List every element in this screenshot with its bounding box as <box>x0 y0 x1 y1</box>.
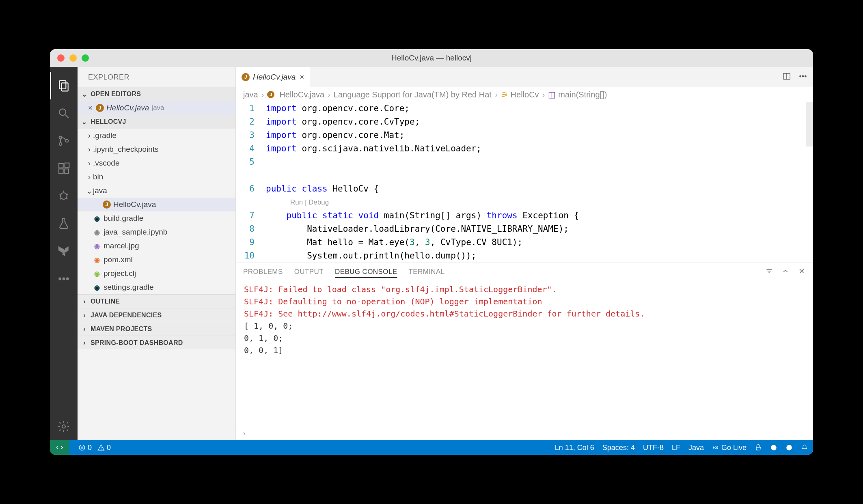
file-item[interactable]: ◉settings.gradle <box>78 280 235 294</box>
folder-item[interactable]: ›bin <box>78 170 235 184</box>
status-info-icon[interactable] <box>770 444 777 451</box>
code-line[interactable] <box>266 155 813 169</box>
section-header[interactable]: ›OUTLINE <box>78 294 235 308</box>
test-activity-icon[interactable] <box>50 210 78 237</box>
breadcrumb-segment[interactable]: ◫main(String[]) <box>548 90 607 99</box>
folder-item[interactable]: ›.gradle <box>78 129 235 142</box>
close-icon[interactable]: × <box>88 103 93 112</box>
chevron-right-icon: › <box>243 430 245 437</box>
panel-tab-problems[interactable]: PROBLEMS <box>243 268 283 276</box>
panel-tab-output[interactable]: OUTPUT <box>294 268 324 276</box>
code-line[interactable]: public class HelloCv { <box>266 182 813 196</box>
code-line[interactable]: public static void main(String[] args) t… <box>266 209 813 222</box>
filter-icon[interactable] <box>765 267 773 277</box>
debug-console-output[interactable]: SLF4J: Failed to load class "org.slf4j.i… <box>236 281 813 426</box>
breadcrumb-segment[interactable]: Language Support for Java(TM) by Red Hat <box>334 90 492 99</box>
svg-point-24 <box>802 75 803 77</box>
line-number: 10 <box>236 249 255 263</box>
close-window-button[interactable] <box>57 54 65 62</box>
status-indent[interactable]: Spaces: 4 <box>602 444 635 452</box>
chevron-down-icon: ⌄ <box>81 90 88 98</box>
status-feedback-icon[interactable] <box>755 444 762 451</box>
chevron-right-icon: › <box>81 339 88 347</box>
svg-point-5 <box>59 143 62 146</box>
status-bell-icon[interactable] <box>801 444 808 451</box>
status-language[interactable]: Java <box>688 444 704 452</box>
code-line[interactable]: import org.scijava.nativelib.NativeLoade… <box>266 142 813 155</box>
folder-item[interactable]: ›.ipynb_checkpoints <box>78 142 235 156</box>
status-eol[interactable]: LF <box>672 444 680 452</box>
codelens[interactable]: Run | Debug <box>266 196 813 209</box>
breadcrumb-segment[interactable]: java <box>243 90 258 99</box>
code-line[interactable]: import org.opencv.core.CvType; <box>266 115 813 129</box>
scm-activity-icon[interactable] <box>50 127 78 155</box>
svg-line-16 <box>66 198 67 199</box>
settings-gear-icon[interactable] <box>50 413 78 440</box>
remote-button[interactable] <box>50 440 69 455</box>
open-editor-item[interactable]: × J HelloCv.java java <box>78 101 235 115</box>
breadcrumb[interactable]: java›JHelloCv.java›Language Support for … <box>236 87 813 102</box>
breadcrumb-segment[interactable]: ⚞HelloCv <box>501 90 539 99</box>
svg-point-19 <box>67 278 69 280</box>
chevron-up-icon[interactable] <box>781 267 790 277</box>
vscode-window: HelloCv.java — hellocvj EXPLORER ⌄OPEN E… <box>50 49 813 455</box>
code-line[interactable] <box>266 169 813 182</box>
svg-point-23 <box>800 75 801 77</box>
svg-point-35 <box>101 449 101 450</box>
file-item[interactable]: ◉pom.xml <box>78 253 235 267</box>
code-line[interactable]: import org.opencv.core.Mat; <box>266 129 813 142</box>
project-header[interactable]: ⌄HELLOCVJ <box>78 115 235 129</box>
explorer-activity-icon[interactable] <box>50 72 78 99</box>
close-tab-icon[interactable]: × <box>300 73 304 82</box>
split-editor-icon[interactable] <box>782 72 791 82</box>
panel-tab-debug-console[interactable]: DEBUG CONSOLE <box>335 268 397 276</box>
minimize-window-button[interactable] <box>69 54 77 62</box>
status-golive[interactable]: Go Live <box>712 444 746 452</box>
file-item[interactable]: ◉build.gradle <box>78 211 235 225</box>
more-activity-icon[interactable] <box>50 265 78 293</box>
terraform-activity-icon[interactable] <box>50 237 78 265</box>
svg-point-37 <box>771 445 777 450</box>
search-activity-icon[interactable] <box>50 99 78 127</box>
code-line[interactable]: Mat hello = Mat.eye(3, 3, CvType.CV_8UC1… <box>266 236 813 249</box>
chevron-right-icon: › <box>86 172 93 181</box>
line-number: 3 <box>236 129 255 142</box>
file-item[interactable]: JHelloCv.java <box>78 198 235 211</box>
folder-item[interactable]: ›.vscode <box>78 156 235 170</box>
svg-point-18 <box>63 278 65 280</box>
section-header[interactable]: ›MAVEN PROJECTS <box>78 322 235 336</box>
code-line[interactable]: NativeLoader.loadLibrary(Core.NATIVE_LIB… <box>266 222 813 236</box>
code-editor[interactable]: 12345678910 import org.opencv.core.Core;… <box>236 102 813 263</box>
minimap-thumb[interactable] <box>806 102 813 146</box>
status-cursor[interactable]: Ln 11, Col 6 <box>555 444 594 452</box>
section-header[interactable]: ›JAVA DEPENDENCIES <box>78 308 235 322</box>
status-warnings[interactable]: 0 <box>97 444 111 452</box>
svg-point-25 <box>805 75 806 77</box>
code-line[interactable]: import org.opencv.core.Core; <box>266 102 813 115</box>
code-line[interactable]: System.out.println(hello.dump()); <box>266 249 813 263</box>
editor-area: J HelloCv.java × java›JHelloCv.java›Lang… <box>236 67 813 440</box>
gradle-file-icon: ◉ <box>93 283 101 291</box>
code-content[interactable]: import org.opencv.core.Core;import org.o… <box>263 102 813 263</box>
panel-tab-terminal[interactable]: TERMINAL <box>408 268 444 276</box>
file-item[interactable]: ◉marcel.jpg <box>78 239 235 253</box>
file-item[interactable]: ◉project.clj <box>78 267 235 280</box>
more-actions-icon[interactable] <box>798 72 807 82</box>
status-encoding[interactable]: UTF-8 <box>643 444 664 452</box>
status-errors[interactable]: 0 <box>78 444 92 452</box>
open-editors-header[interactable]: ⌄OPEN EDITORS <box>78 87 235 101</box>
section-header[interactable]: ›SPRING-BOOT DASHBOARD <box>78 336 235 349</box>
close-icon[interactable] <box>798 267 806 277</box>
extensions-activity-icon[interactable] <box>50 155 78 182</box>
debug-activity-icon[interactable] <box>50 182 78 210</box>
svg-point-20 <box>62 425 65 428</box>
file-item[interactable]: ◉java_sample.ipynb <box>78 225 235 239</box>
breadcrumb-segment[interactable]: JHelloCv.java <box>267 90 324 99</box>
editor-tab[interactable]: J HelloCv.java × <box>236 67 310 87</box>
tree-item-label: .gradle <box>93 131 117 140</box>
chevron-down-icon: ⌄ <box>86 186 93 196</box>
folder-item[interactable]: ⌄java <box>78 184 235 198</box>
zoom-window-button[interactable] <box>82 54 89 62</box>
status-smiley-icon[interactable] <box>785 444 793 451</box>
debug-repl-input[interactable]: › <box>236 426 813 440</box>
